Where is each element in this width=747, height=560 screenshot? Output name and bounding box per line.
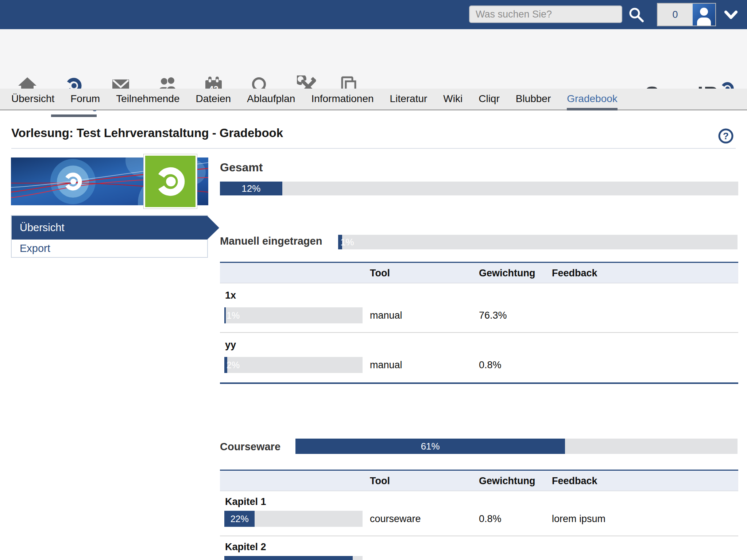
section-courseware-progress-bar: 61% xyxy=(295,439,738,454)
course-avatar-swirl-icon xyxy=(152,163,189,200)
row-gewichtung: 0.8% xyxy=(479,556,502,560)
section-courseware-heading: Courseware xyxy=(220,441,280,453)
course-tab-bar: Übersicht Forum Teilnehmende Dateien Abl… xyxy=(0,89,747,110)
main-icon-bar: 42 Veranstaltungen Stud.IP xyxy=(0,29,747,89)
section-manuell-progress-label: 1% xyxy=(340,235,354,249)
search-input[interactable] xyxy=(469,5,622,23)
row-name: 1x xyxy=(225,290,236,301)
row-progress-bar: 1% xyxy=(224,307,363,323)
column-header-feedback: Feedback xyxy=(552,263,597,283)
row-progress-label: 2% xyxy=(227,357,240,373)
row-tool: manual xyxy=(370,357,402,373)
section-manuell-progress-bar: 1% xyxy=(338,235,738,249)
avatar[interactable] xyxy=(693,4,715,26)
row-feedback: lorem ipsum xyxy=(552,556,605,560)
manuell-table-header: Tool Gewichtung Feedback xyxy=(220,263,738,283)
row-name: Kapitel 2 xyxy=(225,541,266,553)
sidebar-item-uebersicht[interactable]: Übersicht xyxy=(12,216,207,240)
column-header-tool: Tool xyxy=(370,263,390,283)
column-header-feedback: Feedback xyxy=(552,471,597,491)
tab-blubber[interactable]: Blubber xyxy=(516,89,551,110)
tab-wiki[interactable]: Wiki xyxy=(443,89,462,110)
sidebar-nav: Übersicht Export xyxy=(11,215,208,258)
tab-forum[interactable]: Forum xyxy=(70,89,100,110)
column-header-gewichtung: Gewichtung xyxy=(479,471,535,491)
tab-literatur[interactable]: Literatur xyxy=(390,89,427,110)
svg-text:?: ? xyxy=(723,131,729,141)
row-progress-label: 1% xyxy=(227,307,240,323)
tab-dateien[interactable]: Dateien xyxy=(196,89,231,110)
gesamt-progress-label: 12% xyxy=(220,182,282,195)
page-title: Vorlesung: Test Lehrveranstaltung - Grad… xyxy=(11,126,283,140)
help-icon[interactable]: ? xyxy=(718,128,734,144)
row-progress-bar: 2% xyxy=(224,357,363,373)
row-progress-label: 93% xyxy=(224,556,353,560)
manuell-table: Tool Gewichtung Feedback 1x 1% manual 76… xyxy=(220,262,738,384)
row-feedback: lorem ipsum xyxy=(552,511,605,527)
gesamt-heading: Gesamt xyxy=(220,161,263,174)
row-progress-fill xyxy=(224,307,226,323)
courseware-table-header: Tool Gewichtung Feedback xyxy=(220,471,738,491)
row-tool: courseware xyxy=(370,511,421,527)
tab-gradebook[interactable]: Gradebook xyxy=(567,89,618,110)
search-icon[interactable] xyxy=(628,7,644,23)
row-progress-bar: 93% xyxy=(224,556,363,560)
gesamt-progress-bar: 12% xyxy=(220,182,738,195)
sidebar-item-export[interactable]: Export xyxy=(12,240,207,257)
courseware-table: Tool Gewichtung Feedback Kapitel 1 22% c… xyxy=(220,470,738,560)
person-icon xyxy=(696,7,712,26)
column-header-tool: Tool xyxy=(370,471,390,491)
row-name: Kapitel 1 xyxy=(225,496,266,508)
table-row: Kapitel 2 93% courseware 0.8% lorem ipsu… xyxy=(220,536,738,560)
row-gewichtung: 76.3% xyxy=(479,307,507,323)
row-progress-bar: 22% xyxy=(224,511,363,527)
tab-teilnehmende[interactable]: Teilnehmende xyxy=(116,89,179,110)
table-row: yy 2% manual 0.8% xyxy=(220,333,738,382)
section-manuell-heading: Manuell eingetragen xyxy=(220,235,322,247)
table-row: Kapitel 1 22% courseware 0.8% lorem ipsu… xyxy=(220,491,738,536)
column-header-gewichtung: Gewichtung xyxy=(479,263,535,283)
chevron-down-icon[interactable] xyxy=(724,10,738,20)
tab-uebersicht[interactable]: Übersicht xyxy=(11,89,54,110)
tab-informationen[interactable]: Informationen xyxy=(311,89,374,110)
title-divider xyxy=(11,148,736,149)
row-tool: courseware xyxy=(370,556,421,560)
row-gewichtung: 0.8% xyxy=(479,511,502,527)
notification-counter[interactable]: 0 xyxy=(658,4,693,26)
row-name: yy xyxy=(225,339,236,351)
tab-ablaufplan[interactable]: Ablaufplan xyxy=(247,89,295,110)
row-tool: manual xyxy=(370,307,402,323)
user-widget[interactable]: 0 xyxy=(657,3,716,26)
table-row: 1x 1% manual 76.3% xyxy=(220,283,738,333)
course-avatar-tile xyxy=(144,154,197,209)
studip-gradebook-screen: 0 xyxy=(0,0,747,560)
section-courseware-progress-label: 61% xyxy=(295,439,565,454)
iconbar-active-underline xyxy=(51,114,97,117)
top-bar: 0 xyxy=(0,0,747,29)
tab-cliqr[interactable]: Cliqr xyxy=(479,89,500,110)
row-progress-label: 22% xyxy=(224,511,255,527)
row-gewichtung: 0.8% xyxy=(479,357,502,373)
